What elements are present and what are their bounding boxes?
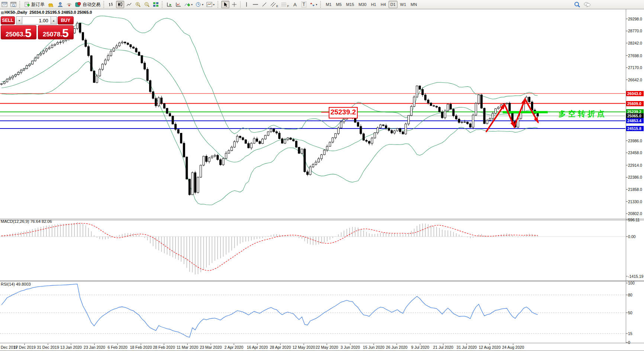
- one-click-trading-panel: SELL ▼ 1.00 ▲ BUY 25063 . 5 25078 . 5: [1, 16, 74, 39]
- chart-ohlc-values: 25034.0 25195.5 24853.0 25065.0: [29, 10, 92, 14]
- price-axis-label: 27698.0: [628, 53, 644, 58]
- date-axis-label: 17 Dec 2019: [13, 345, 36, 350]
- volume-input[interactable]: 1.00: [22, 16, 50, 25]
- date-axis-label: 11 Mar 2020: [177, 345, 198, 350]
- macd-label: MACD(12,26,9) 76.64 82.06: [1, 219, 52, 224]
- date-axis-label: 12 May 2020: [293, 345, 315, 350]
- pane-divider: [0, 280, 644, 281]
- price-axis-label: 22914.0: [628, 163, 644, 168]
- price-axis-label: 21330.0: [628, 199, 644, 204]
- chart-surface: [0, 0, 644, 351]
- date-axis-label: 21 Jul 2020: [433, 345, 453, 350]
- date-axis-label: 2 Apr 2020: [225, 345, 244, 350]
- sell-price-button[interactable]: 25063 . 5: [1, 25, 36, 39]
- buy-price-button[interactable]: 25078 . 5: [38, 25, 74, 39]
- macd-axis-label: 596.11: [628, 218, 644, 222]
- date-axis-label: 23 Jan 2020: [84, 345, 105, 350]
- date-axis-label: 31 Dec 2019: [37, 345, 59, 350]
- rsi-axis-label: 0: [628, 340, 644, 345]
- price-axis-label: 23986.0: [628, 139, 644, 143]
- chart-title: HK50-,Daily 25034.0 25195.5 24853.0 2506…: [4, 10, 92, 14]
- date-axis-label: 9 Jul 2020: [411, 345, 429, 350]
- price-axis-label: 22386.0: [628, 175, 644, 179]
- chart-symbol-icon: [1, 12, 4, 14]
- pane-divider: [0, 343, 644, 343]
- pane-divider: [0, 281, 644, 282]
- price-axis-label: 26642.0: [628, 78, 644, 82]
- rsi-axis-label: 15: [628, 331, 644, 336]
- price-flag-pointer: [321, 112, 329, 113]
- macd-axis-label: 0.00: [628, 234, 644, 239]
- sell-price-fraction: 5: [25, 28, 32, 38]
- price-axis-label: 27170.0: [628, 65, 644, 70]
- date-axis-label: 31 Jul 2020: [457, 345, 477, 350]
- price-axis-label: 28242.0: [628, 41, 644, 45]
- buy-price-main: 25078: [43, 31, 60, 38]
- date-axis-label: 24 Aug 2020: [502, 345, 524, 350]
- turning-point-annotation[interactable]: 多空转折点: [558, 109, 607, 119]
- price-level-badge: 24853.4: [626, 118, 644, 123]
- date-axis-label: 26 Jun 2020: [386, 345, 408, 350]
- date-axis-label: 13 Jan 2020: [60, 345, 82, 350]
- price-axis-divider: [626, 9, 626, 343]
- date-axis-label: 23 Mar 2020: [200, 345, 222, 350]
- volume-decrease-button[interactable]: ▼: [16, 16, 22, 25]
- price-axis-label: 28770.0: [628, 29, 644, 33]
- macd-axis-label: -1415.19: [628, 274, 644, 279]
- rsi-label: RSI(14) 49.8003: [1, 282, 31, 286]
- rsi-axis-label: 100: [628, 281, 644, 285]
- price-axis-label: 23458.0: [628, 150, 644, 155]
- date-axis-label: 28 Feb 2020: [153, 345, 175, 350]
- date-axis-label: 12 Aug 2020: [479, 345, 501, 350]
- pane-divider: [0, 219, 644, 219]
- date-axis-label: 18 Feb 2020: [130, 345, 152, 350]
- sell-button[interactable]: SELL: [1, 16, 15, 25]
- date-axis-label: 16 Apr 2020: [247, 345, 268, 350]
- sell-price-main: 25063: [6, 31, 23, 38]
- date-axis-label: 15 Jun 2020: [363, 345, 384, 350]
- buy-button[interactable]: BUY: [58, 16, 74, 25]
- date-axis-label: 3 Jun 2020: [341, 345, 360, 350]
- chart-symbol-period: HK50-,Daily: [4, 10, 27, 14]
- price-level-badge: 26043.0: [626, 91, 644, 96]
- price-level-badge: 24515.8: [626, 126, 644, 131]
- price-flag-label[interactable]: 25239.2: [329, 107, 358, 118]
- price-level-badge: 25065.0: [626, 113, 644, 118]
- buy-price-fraction: 5: [62, 28, 69, 38]
- price-axis-label: 20802.0: [628, 211, 644, 216]
- rsi-axis-label: 80: [628, 293, 644, 297]
- price-level-badge: 25609.0: [626, 101, 644, 106]
- price-axis-label: 21858.0: [628, 187, 644, 192]
- date-axis-label: 22 May 2020: [316, 345, 338, 350]
- date-axis-label: 28 Apr 2020: [270, 345, 291, 350]
- pane-divider: [0, 220, 644, 220]
- date-axis-label: 6 Feb 2020: [107, 345, 127, 350]
- volume-increase-button[interactable]: ▲: [51, 16, 57, 25]
- rsi-axis-label: 50: [628, 311, 644, 315]
- price-axis-label: 29298.0: [628, 17, 644, 21]
- trading-platform-window: 新订单 自动交易: [0, 0, 644, 351]
